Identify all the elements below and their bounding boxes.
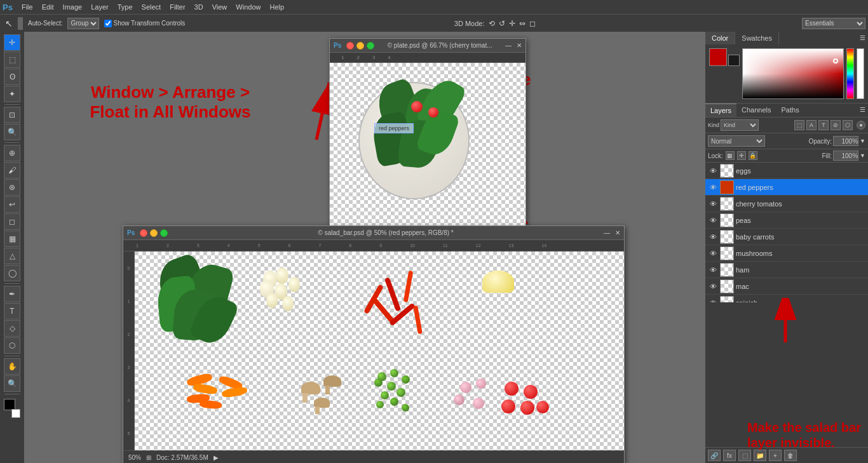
tab-swatches[interactable]: Swatches [735,32,779,44]
lock-position-btn[interactable]: ✛ [737,151,746,160]
show-transform-checkbox[interactable] [104,20,112,27]
add-mask-btn[interactable]: ⬚ [738,450,751,461]
menu-edit[interactable]: Edit [38,2,58,12]
plate-min-btn[interactable] [356,42,364,50]
color-opacity-strip[interactable] [857,48,864,99]
salad-minimize-icon[interactable]: — [604,229,610,236]
salad-arrow-right[interactable]: ▶ [214,454,219,461]
salad-close-icon[interactable]: ✕ [615,229,620,236]
eraser-tool[interactable]: ◻ [4,213,20,230]
layer-eye-mac[interactable]: 👁 [708,281,718,292]
background-color[interactable] [11,409,20,418]
layer-row-ham[interactable]: 👁 ham [705,262,868,278]
layer-eye-red-peppers[interactable]: 👁 [708,182,718,192]
layer-row-mushrooms[interactable]: 👁 mushrooms [705,245,868,262]
layer-eye-mushrooms[interactable]: 👁 [708,248,718,258]
layer-eye-baby-carrots[interactable]: 👁 [708,232,718,242]
delete-layer-btn[interactable]: 🗑 [784,450,797,461]
layer-row-eggs[interactable]: 👁 eggs [705,163,868,179]
layer-fx-btn[interactable]: fx [723,450,736,461]
opacity-input[interactable] [833,136,858,146]
layer-row-baby-carrots[interactable]: 👁 baby carrots [705,229,868,245]
layer-filter-icon1[interactable]: ⬚ [794,120,804,130]
color-spectrum[interactable] [846,48,854,99]
plate-max-btn[interactable] [367,42,374,50]
color-gradient[interactable] [742,48,844,99]
hand-tool[interactable]: ✋ [4,358,20,375]
menu-type[interactable]: Type [114,2,137,12]
crop-tool[interactable]: ⊡ [4,107,20,123]
blend-mode-select[interactable]: Normal [708,135,765,147]
plate-window-close-icon[interactable]: ✕ [517,42,522,49]
gradient-tool[interactable]: ▦ [4,231,20,247]
layer-row-cherry-tomatos[interactable]: 👁 cherry tomatos [705,196,868,212]
menu-image[interactable]: Image [59,2,86,12]
menu-view[interactable]: View [208,2,231,12]
text-tool[interactable]: T [4,303,20,319]
plate-close-btn[interactable] [346,42,354,50]
menu-select[interactable]: Select [138,2,165,12]
bg-swatch[interactable] [728,55,740,66]
color-panel-menu[interactable]: ☰ [857,32,868,44]
menu-file[interactable]: File [18,2,37,12]
lock-pixels-btn[interactable]: ▦ [726,151,735,160]
plate-window-titlebar[interactable]: Ps © plate.psd @ 66.7% (cherry tomat... … [330,39,526,53]
create-group-btn[interactable]: 📁 [754,450,766,461]
layers-kind-select[interactable]: Kind [721,119,759,131]
lock-all-btn[interactable]: 🔒 [749,151,757,160]
layer-eye-spinich[interactable]: 👁 [708,298,718,303]
link-layers-btn[interactable]: 🔗 [708,450,721,461]
layer-filter-toggle[interactable]: ● [857,121,865,130]
spot-heal-tool[interactable]: ⊕ [4,145,20,161]
history-brush-tool[interactable]: ↩ [4,196,20,213]
layer-filter-icon5[interactable]: ⬡ [843,120,853,130]
fg-swatch[interactable] [709,48,727,66]
salad-expand-icon[interactable]: ⊞ [146,454,151,461]
lasso-tool[interactable]: ʘ [4,69,20,85]
workspace-dropdown[interactable]: Essentials [802,18,865,29]
blur-tool[interactable]: △ [4,248,20,264]
layer-eye-eggs[interactable]: 👁 [708,166,718,176]
brush-tool[interactable]: 🖌 [4,162,20,178]
salad-window-status: 50% ⊞ Doc: 2.57M/36.5M ▶ [123,450,624,463]
path-tool[interactable]: ◇ [4,320,20,337]
layers-panel-menu[interactable]: ☰ [857,104,868,117]
fill-input[interactable] [833,151,858,161]
tab-paths[interactable]: Paths [776,104,804,117]
wand-tool[interactable]: ✦ [4,86,20,102]
layer-filter-icon4[interactable]: ⊘ [831,120,841,130]
new-layer-btn[interactable]: + [769,450,782,461]
tab-channels[interactable]: Channels [736,104,776,117]
stamp-tool[interactable]: ⊛ [4,179,20,196]
layer-filter-icon2[interactable]: A [806,120,817,130]
selection-tool[interactable]: ⬚ [4,51,20,68]
layer-row-mac[interactable]: 👁 mac [705,278,868,295]
layer-filter-icon3[interactable]: T [818,120,829,130]
pen-tool[interactable]: ✒ [4,286,20,302]
layer-row-red-peppers[interactable]: 👁 red peppers [705,179,868,196]
auto-select-dropdown[interactable]: Group Layer [67,18,99,29]
layer-row-peas[interactable]: 👁 peas [705,212,868,229]
zoom-tool[interactable]: 🔍 [4,375,20,392]
menu-window[interactable]: Window [232,2,264,12]
menu-3d[interactable]: 3D [191,2,207,12]
menu-filter[interactable]: Filter [166,2,189,12]
salad-window-titlebar[interactable]: Ps © salad_bar.psd @ 50% (red peppers, R… [123,226,624,240]
menu-help[interactable]: Help [266,2,288,12]
shape-tool[interactable]: ⬡ [4,337,20,354]
salad-close-btn[interactable] [140,229,147,237]
dodge-tool[interactable]: ◯ [4,265,20,281]
opacity-dropdown-icon[interactable]: ▼ [860,138,865,144]
salad-min-btn[interactable] [150,229,158,237]
layer-eye-ham[interactable]: 👁 [708,265,718,275]
salad-max-btn[interactable] [160,229,168,237]
tab-color[interactable]: Color [705,32,735,44]
eyedropper-tool[interactable]: 🔍 [4,124,20,140]
menu-layer[interactable]: Layer [87,2,112,12]
move-tool[interactable]: ✛ [4,34,20,51]
fill-dropdown-icon[interactable]: ▼ [860,152,865,159]
tab-layers[interactable]: Layers [705,104,736,117]
plate-window-minimize-icon[interactable]: — [505,42,512,49]
layer-eye-peas[interactable]: 👁 [708,215,718,225]
layer-eye-cherry-tomatos[interactable]: 👁 [708,199,718,209]
